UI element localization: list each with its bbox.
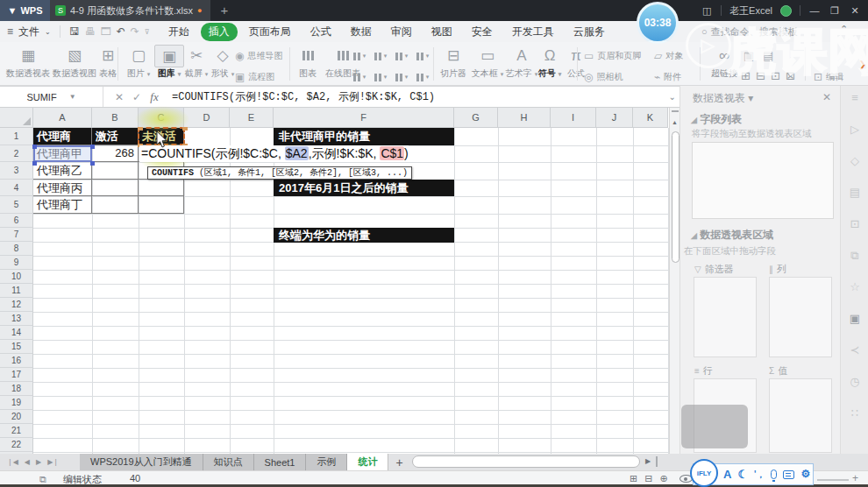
cell-B4[interactable]: [92, 180, 139, 197]
column-header-H[interactable]: H: [498, 108, 551, 128]
prev-sheet-icon[interactable]: ◀: [25, 458, 30, 466]
chart-type-mini-button[interactable]: ▾: [391, 68, 412, 86]
chart-type-mini-button[interactable]: ▾: [391, 47, 412, 65]
cell-B5[interactable]: [92, 196, 139, 214]
form-icon[interactable]: ⊟: [756, 69, 765, 82]
column-header-B[interactable]: B: [92, 108, 139, 128]
name-box[interactable]: SUMIF ▼: [0, 87, 103, 107]
column-header-K[interactable]: K: [633, 108, 668, 128]
ribbon-expand-icon[interactable]: ❯: [859, 60, 866, 69]
history-icon[interactable]: ◷: [841, 375, 868, 388]
ribbon-超链接[interactable]: ∞超链接: [707, 45, 742, 80]
cell-A5[interactable]: 代理商丁: [33, 196, 92, 214]
sheet-tab-统计[interactable]: 统计: [347, 454, 388, 470]
close-button[interactable]: ✕: [849, 5, 861, 17]
restore-button[interactable]: ❐: [829, 5, 841, 17]
account-avatar[interactable]: [780, 5, 792, 17]
zoom-slider[interactable]: [817, 479, 849, 481]
ribbon-页眉和页脚[interactable]: ▭页眉和页脚: [584, 47, 641, 65]
form-icon[interactable]: ⊞: [741, 69, 751, 82]
formula-input[interactable]: =COUNTIFS(示例!$C:$C, $A2, 示例!$K:$K, C$1): [172, 89, 435, 104]
row-header-21[interactable]: 21: [0, 424, 33, 438]
cell-B2[interactable]: 268: [92, 145, 139, 163]
ribbon-collapse-icon[interactable]: ⌃: [840, 24, 848, 35]
menu-tab-0[interactable]: 开始: [160, 23, 197, 41]
print-preview-icon[interactable]: 🗔: [101, 25, 111, 38]
ribbon-附件[interactable]: ⌁附件: [654, 68, 681, 86]
menu-tab-4[interactable]: 数据: [343, 23, 380, 41]
name-box-caret-icon[interactable]: ▼: [69, 93, 76, 101]
ime-punctuation-icon[interactable]: '，: [754, 464, 765, 484]
row-header-4[interactable]: 4: [0, 180, 33, 197]
sheet-tab-知识点[interactable]: 知识点: [203, 454, 254, 470]
form-icon[interactable]: ▣: [743, 49, 754, 62]
confirm-entry-icon[interactable]: ✓: [128, 91, 146, 103]
field-list-section-header[interactable]: ◢ 字段列表: [691, 112, 742, 127]
chart-type-mini-button[interactable]: ▾: [370, 47, 391, 65]
ribbon-符号[interactable]: Ω符号 ▾: [537, 45, 563, 80]
row-header-9[interactable]: 9: [0, 256, 33, 270]
chart-type-mini-button[interactable]: ▾: [412, 47, 433, 65]
row-header-13[interactable]: 13: [0, 312, 33, 326]
chart-type-mini-button[interactable]: ▾: [370, 68, 391, 86]
row-header-19[interactable]: 19: [0, 396, 33, 410]
ribbon-图片[interactable]: ▢图片 ▾: [124, 45, 153, 80]
file-menu-caret-icon[interactable]: ⌄: [45, 28, 51, 36]
ribbon-数据透视表[interactable]: ▦数据透视表: [5, 45, 51, 80]
editing-cell-formula[interactable]: =COUNTIFS(示例!$C:$C, $A2,示例!$K:$K, C$1): [139, 145, 409, 162]
row-header-3[interactable]: 3: [0, 162, 33, 180]
column-header-J[interactable]: J: [596, 108, 633, 128]
normal-view-icon[interactable]: ⊞: [630, 473, 637, 484]
column-header-F[interactable]: F: [274, 108, 454, 128]
row-header-2[interactable]: 2: [0, 145, 33, 163]
row-header-1[interactable]: 1: [0, 128, 33, 145]
ime-keyboard-icon[interactable]: [783, 470, 794, 479]
dock-layout-icon[interactable]: ◫: [701, 5, 713, 17]
doc-icon[interactable]: ⊡: [841, 217, 868, 230]
menu-tab-8[interactable]: 开发工具: [504, 23, 562, 41]
row-header-16[interactable]: 16: [0, 354, 33, 368]
row-header-17[interactable]: 17: [0, 368, 33, 382]
undo-icon[interactable]: ↶: [117, 25, 125, 38]
menu-tab-5[interactable]: 审阅: [383, 23, 420, 41]
hamburger-icon[interactable]: ≡: [7, 25, 13, 38]
select-all-corner[interactable]: [0, 108, 33, 128]
ribbon-图库[interactable]: ▣图库 ▾: [154, 45, 184, 80]
values-area-box[interactable]: [769, 378, 832, 453]
share-icon[interactable]: ≺: [841, 343, 868, 356]
menu-tab-3[interactable]: 公式: [302, 23, 339, 41]
worksheet-grid[interactable]: ▲ ABCDEFGHIJK123456789101112131415161718…: [0, 108, 679, 454]
cell-A3[interactable]: 代理商乙: [33, 162, 92, 180]
scroll-right-icon[interactable]: ▶: [645, 457, 651, 465]
toolbar-dropdown-icon[interactable]: ⊽: [145, 28, 150, 36]
columns-area-box[interactable]: [769, 277, 832, 357]
formula-bar-collapse-icon[interactable]: ⌄: [669, 92, 676, 102]
form-icon[interactable]: ⊠: [786, 69, 795, 82]
column-header-G[interactable]: G: [454, 108, 498, 128]
vertical-scroll-thumb[interactable]: [672, 131, 679, 263]
page-break-view-icon[interactable]: ⊕: [659, 473, 667, 484]
apps-icon[interactable]: ∷: [841, 406, 868, 420]
sheet-tab-WPS2019从入门到精通[interactable]: WPS2019从入门到精通: [80, 454, 203, 470]
document-tab[interactable]: S 4-9 用函数做多条件计数.xlsx ●: [50, 0, 210, 21]
ime-language-icon[interactable]: A: [723, 464, 731, 484]
minimize-button[interactable]: —: [808, 5, 821, 16]
menu-tab-9[interactable]: 云服务: [566, 23, 613, 41]
sheet-tab-Sheet1[interactable]: Sheet1: [254, 454, 307, 470]
row-header-12[interactable]: 12: [0, 298, 33, 312]
ribbon-流程图[interactable]: ▣流程图: [235, 68, 274, 86]
banner-2[interactable]: 2017年6月1日之后的销量: [274, 180, 454, 197]
cell-B1[interactable]: 激活: [92, 128, 139, 145]
shape-icon[interactable]: ◇: [841, 154, 868, 167]
ribbon-图表[interactable]: 图表: [295, 45, 321, 80]
form-icon[interactable]: ⊡: [771, 69, 780, 82]
ime-toolbar[interactable]: iFLY A ☾ '， ⚙: [693, 463, 814, 485]
wps-logo[interactable]: ▼WPS: [0, 0, 50, 21]
star-icon[interactable]: ☆: [841, 280, 868, 293]
zoom-in-button[interactable]: +: [852, 472, 858, 484]
ime-moon-icon[interactable]: ☾: [737, 464, 748, 484]
ribbon-照相机[interactable]: ◎照相机: [584, 68, 623, 86]
cancel-entry-icon[interactable]: ✕: [110, 91, 128, 103]
account-name[interactable]: 老王Excel: [729, 4, 772, 18]
ribbon-文本框[interactable]: ▭文本框 ▾: [471, 45, 504, 80]
